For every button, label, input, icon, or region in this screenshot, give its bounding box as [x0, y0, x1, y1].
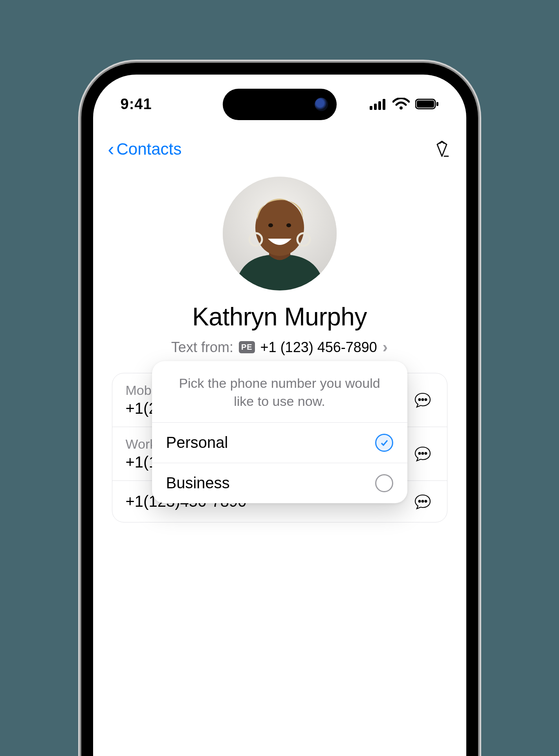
- svg-point-19: [425, 453, 427, 455]
- contact-name: Kathryn Murphy: [93, 302, 466, 331]
- svg-point-21: [422, 500, 423, 502]
- cellular-icon: [370, 98, 387, 110]
- svg-rect-6: [417, 100, 434, 108]
- message-button[interactable]: [412, 443, 434, 465]
- svg-rect-2: [378, 101, 381, 110]
- svg-point-12: [268, 223, 273, 227]
- svg-point-18: [422, 453, 423, 455]
- svg-point-20: [418, 500, 420, 502]
- radio-unselected-icon: [375, 474, 393, 492]
- popover-option-business[interactable]: Business: [152, 463, 407, 503]
- number-picker-popover: Pick the phone number you would like to …: [152, 361, 407, 503]
- message-button[interactable]: [412, 389, 434, 411]
- svg-rect-0: [370, 106, 372, 110]
- popover-option-personal[interactable]: Personal: [152, 423, 407, 463]
- battery-icon: [415, 98, 439, 110]
- message-button[interactable]: [412, 491, 434, 513]
- chevron-left-icon: ‹: [108, 140, 114, 159]
- nav-bar: ‹ Contacts: [93, 133, 466, 165]
- text-from-badge: PE: [239, 341, 255, 353]
- back-button[interactable]: ‹ Contacts: [108, 140, 182, 159]
- screen: 9:41: [93, 75, 466, 756]
- option-label: Personal: [166, 434, 228, 451]
- phone-frame: 9:41: [81, 63, 478, 756]
- svg-point-17: [418, 453, 420, 455]
- radio-selected-icon: [375, 434, 393, 452]
- avatar: [223, 177, 337, 290]
- text-from-number: +1 (123) 456-7890: [260, 339, 377, 356]
- pen-icon: [433, 139, 451, 158]
- option-label: Business: [166, 474, 230, 492]
- message-icon: [414, 391, 432, 409]
- svg-rect-7: [436, 102, 438, 106]
- svg-rect-1: [374, 104, 377, 110]
- back-label: Contacts: [116, 140, 181, 159]
- svg-point-15: [422, 399, 423, 401]
- svg-point-14: [418, 399, 420, 401]
- popover-title: Pick the phone number you would like to …: [152, 361, 407, 423]
- status-time: 9:41: [121, 96, 152, 113]
- message-icon: [414, 493, 432, 511]
- svg-point-22: [425, 500, 427, 502]
- edit-button[interactable]: [433, 139, 451, 159]
- message-icon: [414, 445, 432, 463]
- chevron-right-icon: ›: [383, 338, 388, 356]
- wifi-icon: [392, 98, 410, 110]
- dynamic-island: [223, 89, 337, 120]
- svg-point-9: [255, 199, 304, 256]
- avatar-illustration: [223, 177, 337, 290]
- text-from-label: Text from:: [171, 339, 233, 356]
- svg-rect-3: [383, 99, 385, 110]
- svg-point-16: [425, 399, 427, 401]
- text-from-selector[interactable]: Text from: PE +1 (123) 456-7890 ›: [93, 338, 466, 356]
- svg-point-13: [286, 223, 291, 227]
- svg-point-4: [400, 106, 403, 110]
- status-indicators: [370, 98, 439, 110]
- front-camera: [315, 98, 328, 111]
